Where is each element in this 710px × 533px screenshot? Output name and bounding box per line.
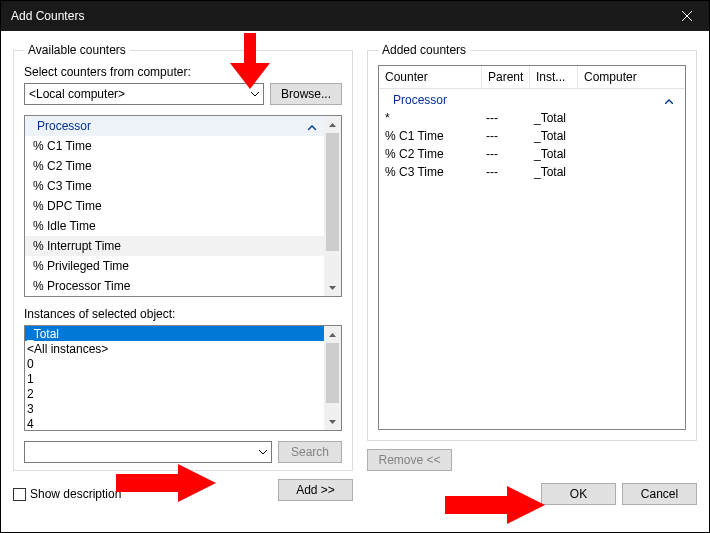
- instances-label: Instances of selected object:: [24, 307, 342, 321]
- counter-group-header[interactable]: Processor: [25, 116, 324, 136]
- available-counters-group: Available counters Select counters from …: [13, 43, 353, 471]
- computer-label: Select counters from computer:: [24, 65, 342, 79]
- scroll-up-icon[interactable]: [324, 116, 341, 133]
- scroll-thumb[interactable]: [326, 343, 339, 403]
- close-button[interactable]: [664, 1, 709, 31]
- computer-input[interactable]: [24, 83, 264, 105]
- added-group-header[interactable]: Processor: [379, 91, 685, 109]
- counter-item[interactable]: % Idle Time: [25, 216, 324, 236]
- instances-listbox[interactable]: _Total<All instances>012345: [24, 325, 342, 431]
- counter-item[interactable]: % DPC Time: [25, 196, 324, 216]
- scroll-down-icon[interactable]: [324, 279, 341, 296]
- scroll-thumb[interactable]: [326, 133, 339, 251]
- col-computer[interactable]: Computer: [578, 66, 685, 88]
- search-button[interactable]: Search: [278, 441, 342, 463]
- col-parent[interactable]: Parent: [482, 66, 530, 88]
- scroll-down-icon[interactable]: [324, 413, 341, 430]
- show-description-checkbox[interactable]: Show description: [13, 487, 541, 501]
- close-icon: [682, 11, 692, 21]
- added-counters-group: Added counters Counter Parent Inst... Co…: [367, 43, 697, 441]
- instance-item[interactable]: 1: [25, 371, 324, 386]
- titlebar: Add Counters: [1, 1, 709, 31]
- collapse-icon: [665, 93, 673, 107]
- counter-item[interactable]: % C1 Time: [25, 136, 324, 156]
- table-header: Counter Parent Inst... Computer: [379, 66, 685, 88]
- table-row[interactable]: *---_Total: [379, 109, 685, 127]
- table-row[interactable]: % C1 Time---_Total: [379, 127, 685, 145]
- table-row[interactable]: % C3 Time---_Total: [379, 163, 685, 181]
- col-counter[interactable]: Counter: [379, 66, 482, 88]
- chevron-down-icon[interactable]: [246, 83, 264, 105]
- remove-button[interactable]: Remove <<: [367, 449, 452, 471]
- counter-item[interactable]: % C2 Time: [25, 156, 324, 176]
- table-row[interactable]: % C2 Time---_Total: [379, 145, 685, 163]
- browse-button[interactable]: Browse...: [270, 83, 342, 105]
- available-legend: Available counters: [24, 43, 130, 57]
- counter-item[interactable]: % Interrupt Time: [25, 236, 324, 256]
- instance-item[interactable]: 2: [25, 386, 324, 401]
- added-table[interactable]: Counter Parent Inst... Computer Processo…: [378, 65, 686, 430]
- instance-item[interactable]: 0: [25, 356, 324, 371]
- added-legend: Added counters: [378, 43, 470, 57]
- dialog-title: Add Counters: [11, 9, 664, 23]
- ok-button[interactable]: OK: [541, 483, 616, 505]
- counter-item[interactable]: % Processor Time: [25, 276, 324, 296]
- col-instance[interactable]: Inst...: [530, 66, 578, 88]
- scroll-up-icon[interactable]: [324, 326, 341, 343]
- counter-item[interactable]: % C3 Time: [25, 176, 324, 196]
- cancel-button[interactable]: Cancel: [622, 483, 697, 505]
- dialog-content: Available counters Select counters from …: [1, 31, 709, 532]
- search-input[interactable]: [24, 441, 272, 463]
- instance-item[interactable]: _Total: [25, 326, 324, 341]
- instance-item[interactable]: 4: [25, 416, 324, 430]
- collapse-icon: [308, 119, 316, 133]
- scrollbar[interactable]: [324, 326, 341, 430]
- dialog-footer: Show description OK Cancel: [13, 483, 697, 505]
- scrollbar[interactable]: [324, 116, 341, 296]
- chevron-down-icon[interactable]: [254, 441, 272, 463]
- instance-item[interactable]: <All instances>: [25, 341, 324, 356]
- counter-item[interactable]: % Privileged Time: [25, 256, 324, 276]
- show-description-label: Show description: [30, 487, 121, 501]
- instance-item[interactable]: 3: [25, 401, 324, 416]
- search-combo[interactable]: [24, 441, 272, 463]
- counters-listbox[interactable]: Processor% C1 Time% C2 Time% C3 Time% DP…: [24, 115, 342, 297]
- computer-combo[interactable]: [24, 83, 264, 105]
- checkbox-box[interactable]: [13, 488, 26, 501]
